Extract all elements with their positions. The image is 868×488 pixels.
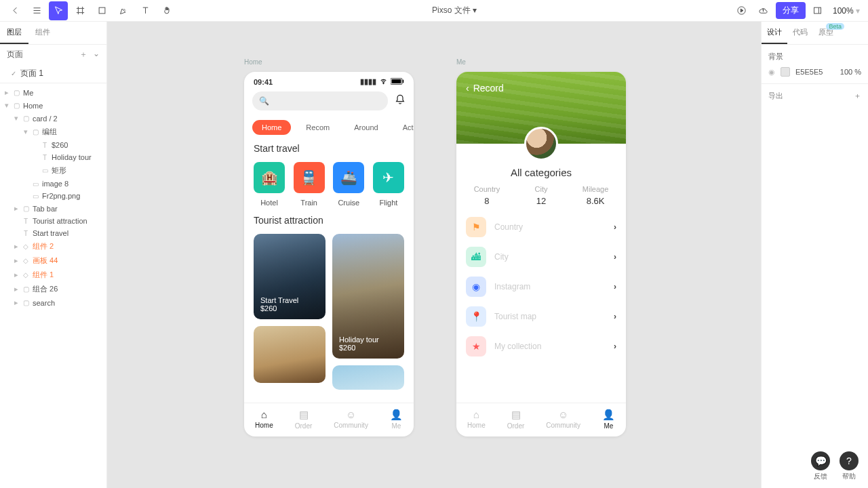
layer-row[interactable]: THoliday tour (0, 151, 106, 163)
layer-row[interactable]: TTourist attraction (0, 215, 106, 227)
pages-chevron-icon[interactable]: ⌄ (93, 49, 100, 60)
play-icon[interactable] (732, 1, 751, 20)
stat-item: Country8 (474, 185, 500, 206)
tour-card[interactable]: Holiday tour $260 (332, 234, 404, 359)
category-item[interactable]: 🏨Hotel (254, 162, 285, 207)
list-item[interactable]: ⚑Country› (466, 217, 616, 237)
tabbar-item[interactable]: ☺Community (334, 409, 368, 430)
tabbar-item[interactable]: ▤Order (507, 409, 525, 430)
tab-design[interactable]: 设计 (762, 22, 787, 44)
stat-item: City12 (535, 185, 548, 206)
tab-components[interactable]: 组件 (28, 22, 57, 44)
list-item[interactable]: 📍Tourist map› (466, 306, 616, 327)
tab-bar: ⌂Home▤Order☺Community👤Me (456, 403, 626, 436)
hand-tool[interactable] (157, 1, 176, 20)
pill-tab[interactable]: Home (252, 120, 291, 135)
tabbar-item[interactable]: 👤Me (602, 409, 615, 430)
pill-tab[interactable]: Around (344, 120, 387, 135)
tour-card[interactable] (254, 326, 326, 383)
tabbar-item[interactable]: 👤Me (390, 409, 403, 430)
card-title: Start Travel (260, 296, 319, 304)
back-record[interactable]: ‹ Record (466, 83, 504, 94)
cloud-upload-icon[interactable] (754, 1, 773, 20)
frame-tool[interactable] (71, 1, 90, 20)
tour-card[interactable] (332, 365, 404, 390)
tab-layers[interactable]: 图层 (0, 22, 28, 44)
menu-button[interactable] (27, 1, 46, 20)
tabbar-item[interactable]: ☺Community (546, 409, 580, 430)
back-button[interactable] (5, 1, 24, 20)
add-page-icon[interactable]: ＋ (79, 49, 87, 60)
artboard-label: Me (456, 58, 466, 66)
category-item[interactable]: 🚆Train (294, 162, 325, 207)
top-toolbar: Pixso 文件 ▾ 分享 100% ▾ (0, 0, 868, 22)
svg-rect-0 (99, 7, 105, 14)
battery-icon (391, 78, 404, 86)
artboard-me[interactable]: ‹ Record All categories Country8City12Mi… (456, 72, 626, 436)
bg-swatch[interactable] (781, 67, 790, 77)
tabbar-item[interactable]: ⌂Home (467, 409, 486, 430)
visibility-icon[interactable]: ◉ (768, 68, 775, 77)
signal-icon: ▮▮▮▮ (360, 77, 376, 86)
share-button[interactable]: 分享 (776, 2, 806, 19)
layer-row[interactable]: ▸◇画板 44 (0, 253, 106, 268)
status-time: 09:41 (254, 78, 273, 86)
panel-toggle-icon[interactable] (808, 1, 827, 20)
page-item[interactable]: 页面 1 (0, 64, 106, 83)
svg-rect-2 (814, 7, 821, 14)
stats-row: Country8City12Mileage8.6K (456, 185, 626, 206)
pill-tab[interactable]: Recom (296, 120, 339, 135)
feedback-button[interactable]: 💬反馈 (811, 451, 830, 481)
layer-row[interactable]: ▸▢Me (0, 86, 106, 99)
canvas[interactable]: Home 09:41 ▮▮▮▮ 🔍 Home (107, 22, 761, 488)
pill-tab[interactable]: Activity (393, 120, 414, 135)
wifi-icon (379, 78, 388, 86)
tabbar-item[interactable]: ⌂Home (255, 409, 273, 430)
layer-row[interactable]: ▸◇组件 2 (0, 239, 106, 253)
zoom-level[interactable]: 100% ▾ (830, 6, 863, 16)
layer-row[interactable]: ▸▢组合 26 (0, 282, 106, 296)
document-title[interactable]: Pixso 文件 ▾ (432, 5, 477, 16)
pen-tool[interactable] (114, 1, 133, 20)
tabbar-item[interactable]: ▤Order (295, 409, 313, 430)
layer-row[interactable]: ▭矩形 (0, 163, 106, 178)
layer-row[interactable]: ▾▢编组 (0, 125, 106, 139)
add-export-icon[interactable]: ＋ (854, 91, 861, 101)
avatar[interactable] (524, 127, 558, 161)
move-tool[interactable] (49, 1, 68, 20)
tab-code[interactable]: 代码 (787, 22, 813, 44)
layer-row[interactable]: ▸◇组件 1 (0, 268, 106, 282)
card-price: $260 (260, 304, 319, 312)
right-panel: 设计 代码 原型Beta 背景 ◉ E5E5E5 100 % 导出 ＋ (761, 22, 868, 488)
layer-row[interactable]: ▭image 8 (0, 178, 106, 190)
section-tourist: Tourist attraction (244, 212, 414, 228)
tab-prototype[interactable]: 原型Beta (813, 22, 839, 44)
card-title: Holiday tour (339, 336, 397, 344)
artboard-home[interactable]: 09:41 ▮▮▮▮ 🔍 HomeRecomAroundActivity Sta… (244, 72, 414, 436)
bg-opacity[interactable]: 100 % (840, 68, 861, 76)
tour-card[interactable]: Start Travel $260 (254, 234, 326, 319)
section-start-travel: Start travel (244, 140, 414, 157)
layer-row[interactable]: ▾▢card / 2 (0, 112, 106, 125)
layer-row[interactable]: ▾▢Home (0, 99, 106, 112)
svg-point-3 (383, 83, 384, 83)
bell-icon[interactable] (395, 94, 406, 108)
list-item[interactable]: ◉Instagram› (466, 277, 616, 297)
layer-row[interactable]: T$260 (0, 139, 106, 151)
layer-row[interactable]: ▸▢search (0, 296, 106, 309)
category-item[interactable]: 🚢Cruise (333, 162, 364, 207)
layer-row[interactable]: ▸▢Tab bar (0, 202, 106, 215)
search-input[interactable]: 🔍 (252, 92, 388, 110)
help-button[interactable]: ?帮助 (840, 451, 859, 481)
layer-row[interactable]: TStart travel (0, 227, 106, 239)
list-item[interactable]: 🏙City› (466, 247, 616, 267)
category-item[interactable]: ✈Flight (373, 162, 404, 207)
bg-hex[interactable]: E5E5E5 (795, 68, 823, 76)
left-panel: 图层 组件 页面 ＋⌄ 页面 1 ▸▢Me▾▢Home▾▢card / 2▾▢编… (0, 22, 107, 488)
list-item[interactable]: ★My collection› (466, 336, 616, 357)
text-tool[interactable] (136, 1, 155, 20)
me-header: ‹ Record (456, 72, 626, 144)
layer-row[interactable]: ▭Fr2png.png (0, 190, 106, 202)
bg-section-label: 背景 (768, 52, 861, 62)
rectangle-tool[interactable] (92, 1, 111, 20)
